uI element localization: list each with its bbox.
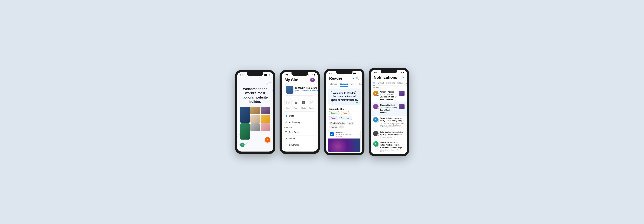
quick-action-pages[interactable]: 📄 Pages [308, 99, 315, 109]
divider [284, 111, 316, 112]
battery-icon-2: ▮ [314, 74, 315, 76]
post-card[interactable]: W Discover discover.wordpress.com · 2 ho… [328, 130, 360, 152]
collage-cell-5 [240, 123, 250, 140]
notif-item-reyansh[interactable]: R 💬 Reyansh Pawar commented on My Top 10… [371, 116, 407, 129]
collage-cell-1 [250, 107, 260, 114]
tab-follows[interactable]: Follows [397, 81, 403, 86]
chevron-media: › [314, 137, 315, 140]
tab-likes[interactable]: Likes [351, 82, 356, 87]
posts-label: Posts [294, 107, 298, 109]
tag-pills: #AnythingIsPossible mural mural art 3+ [326, 122, 362, 130]
menu-item-activity-log[interactable]: ↺ Activity Log › [283, 119, 316, 125]
collage-cell-7 [260, 123, 270, 131]
gear-icon[interactable]: ⚙ [352, 77, 354, 80]
tag-chips: Blogging Travel Photos Technology [326, 111, 362, 122]
fab-add-button[interactable]: + [265, 137, 270, 143]
menu-item-media[interactable]: 🖼 Media › [283, 135, 316, 142]
site-card[interactable]: Tri-County Real Estate tricountyrealesta… [284, 84, 316, 96]
discover-banner: Welcome to Reader. Discover millions of … [328, 89, 360, 105]
reader-title: Reader [329, 76, 342, 81]
menu-item-stats[interactable]: 📊 Stats › [283, 113, 316, 119]
search-icon[interactable]: 🔍 [356, 77, 359, 80]
chevron-blog: › [314, 131, 315, 133]
quick-action-posts[interactable]: ☰ Posts [292, 99, 300, 109]
tab-discover[interactable]: Discover [340, 82, 348, 87]
chip-blogging[interactable]: Blogging [328, 111, 340, 115]
collage-cell-4 [260, 115, 270, 123]
discover-banner-text: Welcome to Reader. Discover millions of … [330, 92, 358, 102]
avatar-reyansh: R 💬 [373, 117, 378, 122]
signal-icon-2: ▐▐▐ [308, 74, 311, 76]
pill-anything[interactable]: #AnythingIsPossible [328, 122, 346, 125]
avatar-kate: K 🏠 [373, 141, 378, 147]
stats-menu-label: Stats [289, 115, 313, 117]
signal-icon-3: ▐▐▐ [353, 73, 356, 74]
notif-text-kate: Kate Williams posted on Kate's Kitchen: … [380, 141, 404, 149]
tab-unread[interactable]: Unread [378, 81, 384, 86]
pill-mural-art[interactable]: mural art [328, 125, 338, 128]
site-pages-label: Site Pages [289, 144, 313, 146]
pill-more[interactable]: 3+ [339, 125, 344, 128]
menu-item-blog-posts[interactable]: ☰ Blog Posts › [283, 129, 316, 135]
tab-comments[interactable]: Comments [386, 81, 395, 86]
time-4: 9:41 [374, 72, 377, 73]
main-scene: 9:41 ▐▐▐ ▲ ▮ Welcome to the world's most… [217, 68, 427, 156]
menu-item-site-pages[interactable]: 📄 Site Pages › [283, 142, 316, 148]
wifi-icon-3: ▲ [356, 73, 358, 74]
collage-grid [240, 107, 270, 140]
chip-technology[interactable]: Technology [339, 116, 352, 120]
signal-icon-1: ▐▐▐ [264, 74, 267, 76]
notif-item-amechie[interactable]: A ♥ Amechie Ajimobi and 5 others liked y… [371, 89, 407, 102]
notif-badge-kate: 🏠 [377, 145, 379, 147]
posts-icon: ☰ [292, 99, 300, 106]
time-3: 9:41 [329, 73, 332, 74]
quick-action-stats[interactable]: 📊 Stats [284, 99, 292, 109]
wifi-icon-4: ▲ [401, 72, 402, 73]
notif-item-joao[interactable]: J 💬 João Montes commented on My Top 10 P… [371, 129, 407, 140]
phone-welcome: 9:41 ▐▐▐ ▲ ▮ Welcome to the world's most… [235, 70, 275, 154]
notif-badge-like: ♥ [377, 94, 379, 96]
notif-item-theresa[interactable]: T ♥ Theresa Ray liked your comment on My… [371, 102, 407, 116]
battery-icon-4: ▮ [403, 72, 404, 73]
notifications-gear-icon[interactable]: ⚙ [402, 76, 404, 79]
tab-all[interactable]: All [373, 81, 375, 86]
mysite-title: My Site [285, 78, 298, 82]
post-image [328, 138, 360, 152]
stats-icon: 📊 [284, 99, 292, 106]
media-icon: 🖼 [300, 99, 307, 106]
notif-text-reyansh: Reyansh Pawar commented on My Top 10 Pas… [380, 117, 404, 122]
notif-text-joao: João Montes commented on My Top 10 Pastr… [380, 131, 404, 136]
publish-section-label: PUBLISH [282, 125, 318, 129]
chip-photos[interactable]: Photos [328, 116, 338, 120]
time-1: 9:41 [240, 74, 243, 76]
chevron-stats: › [314, 115, 315, 117]
media-menu-label: Media [289, 137, 313, 140]
media-label: Media [301, 107, 306, 109]
post-menu-icon[interactable]: ⋯ [356, 133, 359, 136]
notif-tabs: All Unread Comments Follows Likes [371, 81, 407, 86]
tab-saved[interactable]: Saved [358, 82, 362, 87]
notif-header: Notifications ⚙ [371, 74, 407, 81]
quick-actions: 📊 Stats ☰ Posts 🖼 Media 📄 Pages [282, 98, 318, 111]
quick-action-media[interactable]: 🖼 Media [300, 99, 307, 109]
chip-travel[interactable]: Travel [341, 111, 350, 115]
notif-item-kate[interactable]: K 🏠 Kate Williams posted on Kate's Kitch… [371, 140, 407, 154]
notif-badge-joao: 💬 [377, 134, 379, 137]
media-menu-icon: 🖼 [284, 137, 287, 140]
publish-menu-list: ☰ Blog Posts › 🖼 Media › 📄 Site Pages › [282, 129, 318, 148]
user-avatar[interactable]: A [310, 78, 315, 82]
tab-following[interactable]: Following [328, 82, 337, 87]
notif-sub-kate: Depending what mood I'm in, I like to... [380, 149, 404, 153]
collage-cell-0 [240, 107, 250, 123]
collage-cell-6 [250, 123, 260, 131]
activity-log-label: Activity Log [289, 121, 313, 124]
menu-list: 📊 Stats › ↺ Activity Log › [282, 113, 318, 125]
activity-log-icon: ↺ [284, 121, 287, 124]
notif-thumbnail-amechie [399, 91, 404, 96]
welcome-content: Welcome to the world's most popular webs… [237, 76, 273, 151]
fab-edit-button[interactable]: ✎ [240, 143, 244, 147]
signal-icon-4: ▐▐▐ [397, 72, 400, 73]
pill-mural[interactable]: mural [347, 122, 354, 125]
avatar-theresa: T ♥ [373, 104, 378, 109]
tab-likes[interactable]: Likes [406, 81, 407, 86]
